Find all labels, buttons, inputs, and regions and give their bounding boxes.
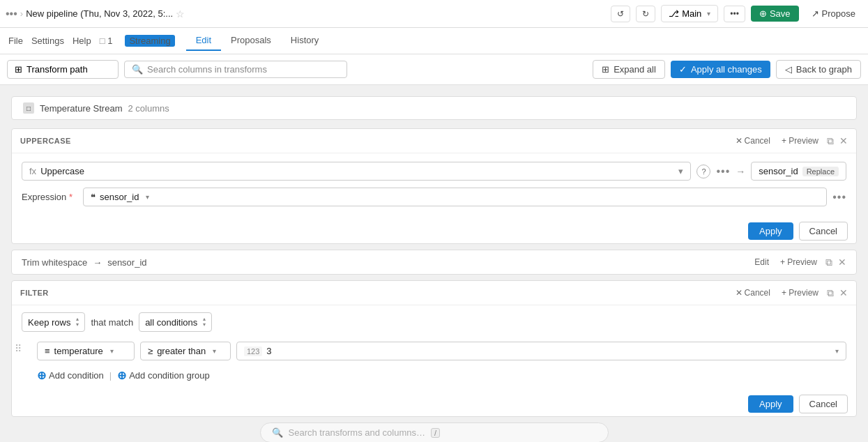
propose-button[interactable]: ↗ Propose: [805, 6, 862, 22]
tab-proposals[interactable]: Proposals: [221, 31, 281, 51]
filter-cancel-button[interactable]: ✕ Cancel: [733, 287, 773, 299]
close-icon[interactable]: ✕: [839, 135, 848, 146]
undo-button[interactable]: ↺: [611, 6, 630, 22]
help-icon[interactable]: ?: [696, 165, 710, 178]
file-menu-item[interactable]: File: [8, 36, 23, 46]
stream-icon: □: [23, 102, 34, 114]
streaming-badge: Streaming: [125, 35, 174, 47]
filter-preview-label: + Preview: [782, 288, 818, 298]
operator-select[interactable]: ≥ greater than ▾: [140, 342, 231, 360]
back-to-graph-button[interactable]: ◁ Back to graph: [776, 60, 861, 79]
add-condition-button[interactable]: ⊕ Add condition: [37, 369, 104, 382]
trim-copy-icon[interactable]: ⧉: [825, 257, 832, 268]
propose-icon: ↗: [812, 8, 819, 19]
expand-all-label: Expand all: [614, 64, 656, 75]
transform-path-label: Transform path: [26, 64, 88, 75]
trim-preview-button[interactable]: + Preview: [777, 256, 820, 268]
search-columns-input[interactable]: 🔍 Search columns in transforms: [124, 61, 347, 78]
topbar-right: ↺ ↻ ⎇ Main ▾ ••• ⊕ Save ↗ Propose: [611, 5, 862, 22]
func-more-button[interactable]: •••: [716, 165, 730, 178]
val-value: 3: [266, 346, 271, 356]
trim-close-icon[interactable]: ✕: [838, 257, 846, 268]
filter-close-icon[interactable]: ✕: [839, 287, 848, 298]
uppercase-action-row: Apply Cancel: [12, 215, 856, 243]
more-dots-icon: •••: [730, 9, 739, 19]
keep-rows-select[interactable]: Keep rows ▴▾: [22, 312, 85, 332]
filter-preview-button[interactable]: + Preview: [779, 287, 821, 299]
filter-header-actions: ✕ Cancel + Preview ⧉ ✕: [733, 287, 848, 299]
filter-cancel2-button[interactable]: Cancel: [799, 395, 848, 413]
func-chevron-icon: ▾: [678, 166, 683, 176]
output-field[interactable]: sensor_id Replace: [751, 162, 846, 181]
condition-row: ≡ temperature ▾ ≥ greater than ▾ 123 3 ▾: [12, 339, 856, 363]
more-menu-icon[interactable]: •••: [6, 8, 17, 20]
help-menu-item[interactable]: Help: [73, 36, 91, 46]
uppercase-card-body: fx Uppercase ▾ ? ••• → sensor_id Replace…: [12, 153, 856, 215]
expr-more-button[interactable]: •••: [832, 191, 846, 204]
settings-menu-item[interactable]: Settings: [31, 36, 64, 46]
stream-header: □ Temperature Stream 2 columns: [11, 96, 857, 120]
topbar-more-button[interactable]: •••: [724, 6, 745, 22]
expression-input[interactable]: ❝ sensor_id ▾: [83, 188, 827, 206]
conditions-updown-icon: ▴▾: [203, 317, 206, 328]
trim-whitespace-row: Trim whitespace → sensor_id Edit + Previ…: [11, 250, 857, 275]
add-condition-group-button[interactable]: ⊕ Add condition group: [117, 369, 210, 382]
gte-icon: ≥: [148, 346, 153, 356]
stream-columns: 2 columns: [128, 103, 169, 114]
filter-copy-icon[interactable]: ⧉: [827, 287, 834, 299]
back-graph-label: Back to graph: [796, 64, 852, 75]
apply-all-button[interactable]: ✓ Apply all changes: [671, 61, 770, 78]
tab-history[interactable]: History: [281, 31, 328, 51]
col-chevron-icon: ▾: [110, 347, 114, 355]
value-select[interactable]: 123 3 ▾: [236, 342, 846, 360]
branch-icon: ⎇: [669, 8, 679, 19]
column-select[interactable]: ≡ temperature ▾: [37, 342, 135, 360]
filter-apply-button[interactable]: Apply: [748, 395, 793, 413]
expression-row: Expression * ❝ sensor_id ▾ •••: [22, 188, 846, 206]
search-transforms-bar[interactable]: 🔍 Search transforms and columns… /: [260, 422, 609, 442]
arrow-right-icon: →: [736, 166, 745, 177]
redo-button[interactable]: ↻: [636, 6, 655, 22]
fx-icon: fx: [29, 166, 36, 176]
op-value: greater than: [157, 346, 206, 356]
stream-name: Temperature Stream: [40, 103, 123, 114]
trim-edit-button[interactable]: Edit: [752, 256, 772, 268]
replace-badge: Replace: [802, 167, 839, 176]
filter-cancel-label: Cancel: [745, 288, 770, 298]
toolbar-right: ⊞ Expand all ✓ Apply all changes ◁ Back …: [593, 60, 861, 79]
type-badge: 123: [244, 346, 262, 356]
output-value: sensor_id: [759, 166, 798, 176]
add-condition-row: ⊕ Add condition | ⊕ Add condition group: [12, 363, 856, 388]
tab-edit[interactable]: Edit: [186, 31, 221, 51]
main-label: Main: [682, 8, 701, 19]
toolbar: ⊞ Transform path 🔍 Search columns in tra…: [0, 54, 868, 85]
transform-path-button[interactable]: ⊞ Transform path: [7, 60, 119, 79]
pages-indicator: □ 1: [100, 36, 113, 46]
expr-chevron-icon: ▾: [146, 193, 149, 201]
copy-icon[interactable]: ⧉: [827, 135, 834, 147]
uppercase-preview-button[interactable]: + Preview: [779, 135, 821, 147]
function-select[interactable]: fx Uppercase ▾: [22, 162, 691, 181]
uppercase-cancel-button[interactable]: ✕ Cancel: [733, 135, 773, 147]
uppercase-cancel2-button[interactable]: Cancel: [799, 222, 848, 241]
save-button[interactable]: ⊕ Save: [751, 6, 799, 22]
trim-name: Trim whitespace: [22, 257, 87, 268]
expand-all-button[interactable]: ⊞ Expand all: [593, 60, 665, 79]
apply-all-label: Apply all changes: [691, 64, 762, 75]
save-label: Save: [770, 8, 791, 19]
star-icon[interactable]: ☆: [176, 8, 185, 20]
all-conditions-label: all conditions: [145, 317, 197, 328]
filter-card: ⠿ FILTER ✕ Cancel + Preview ⧉ ✕ Keep row…: [11, 280, 857, 417]
search-transforms-placeholder: Search transforms and columns…: [289, 427, 426, 438]
uppercase-apply-button[interactable]: Apply: [748, 222, 793, 240]
cancel-x-icon: ✕: [736, 136, 743, 146]
function-row: fx Uppercase ▾ ? ••• → sensor_id Replace: [22, 162, 846, 181]
all-conditions-select[interactable]: all conditions ▴▾: [139, 312, 212, 332]
quote-icon: ❝: [91, 192, 96, 202]
func-name: Uppercase: [40, 166, 84, 176]
drag-handle-icon[interactable]: ⠿: [15, 343, 22, 354]
add-group-label: Add condition group: [129, 370, 210, 381]
separator: |: [109, 370, 112, 381]
trim-arrow-icon: →: [93, 257, 102, 268]
main-branch-button[interactable]: ⎇ Main ▾: [661, 5, 718, 22]
